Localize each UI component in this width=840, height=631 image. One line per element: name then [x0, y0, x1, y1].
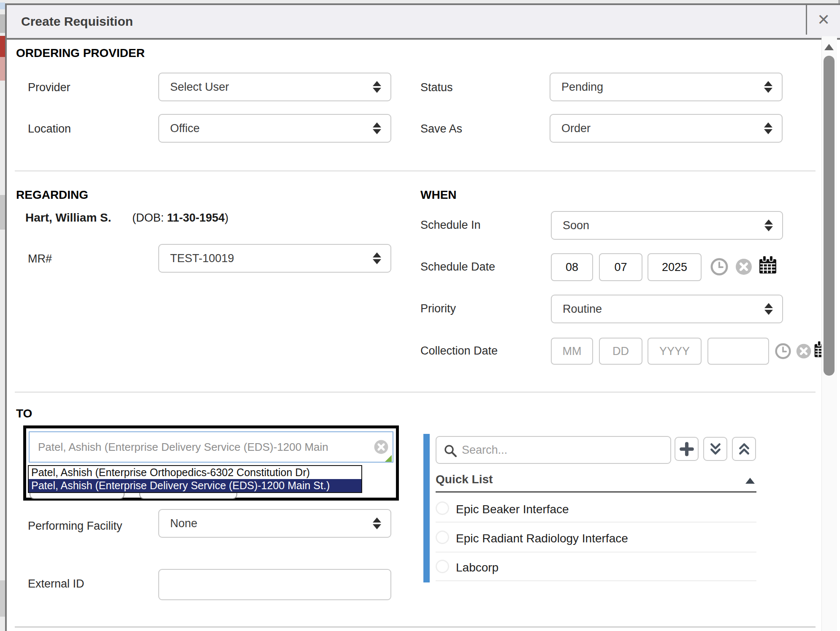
status-label: Status: [420, 81, 453, 94]
patient-line: Hart, William S. (DOB: 11-30-1954): [25, 211, 228, 225]
mr-label: MR#: [28, 252, 52, 265]
backdrop-fragment: [0, 580, 5, 617]
dob-prefix: (DOB:: [132, 211, 167, 224]
select-arrows-icon: [373, 517, 381, 529]
screen: Create Requisition ✕ ORDERING PROVIDER P…: [0, 0, 840, 631]
when-heading: WHEN: [420, 188, 457, 202]
performing-facility-select[interactable]: None: [158, 509, 391, 538]
to-heading: TO: [16, 407, 32, 420]
modal-header: Create Requisition ✕: [5, 3, 840, 40]
select-arrows-icon: [764, 219, 773, 231]
autocomplete-dropdown: Patel, Ashish (Enterprise Orthopedics-63…: [28, 465, 362, 493]
patient-name: Hart, William S.: [25, 211, 111, 224]
schedule-date-month-input[interactable]: [551, 253, 593, 281]
collection-date-day-input[interactable]: [599, 338, 642, 365]
status-select[interactable]: Pending: [550, 73, 783, 101]
quick-list-collapse-icon[interactable]: [745, 478, 755, 484]
backdrop-fragment: [0, 36, 5, 57]
panel-accent-bar: [423, 434, 430, 582]
scrollbar-up-arrow[interactable]: [824, 44, 834, 50]
search-icon: [443, 444, 458, 458]
schedule-in-label: Schedule In: [420, 219, 481, 232]
double-chevron-up-icon: [736, 441, 752, 457]
quick-list-radio[interactable]: [436, 560, 449, 573]
performing-facility-select-value: None: [170, 517, 198, 530]
quick-list-item-divider: [436, 552, 756, 552]
close-button[interactable]: ✕: [806, 5, 840, 35]
mr-select-value: TEST-10019: [170, 252, 234, 265]
location-label: Location: [28, 122, 71, 135]
save-as-label: Save As: [420, 122, 462, 135]
search-input[interactable]: [461, 438, 667, 462]
quick-list-divider: [436, 491, 756, 493]
close-icon: ✕: [817, 11, 830, 29]
recipient-clear-icon[interactable]: [373, 439, 389, 455]
autocomplete-option[interactable]: Patel, Ashish (Enterprise Orthopedics-63…: [29, 466, 361, 479]
schedule-date-time-icon[interactable]: [710, 257, 729, 276]
location-select-value: Office: [170, 122, 200, 135]
modal-title: Create Requisition: [21, 14, 133, 29]
scrollbar-thumb[interactable]: [824, 56, 835, 376]
collection-date-year-input[interactable]: [648, 338, 702, 365]
schedule-in-select[interactable]: Soon: [551, 211, 783, 240]
section-divider: [15, 171, 816, 171]
backdrop-fragment: [0, 195, 5, 230]
quick-list-item[interactable]: Epic Radiant Radiology Interface: [456, 532, 628, 545]
provider-select-value: Select User: [170, 81, 229, 94]
expand-all-button[interactable]: [703, 437, 727, 461]
quick-list-item-divider: [436, 522, 756, 523]
quick-list-radio[interactable]: [436, 501, 449, 515]
select-arrows-icon: [373, 252, 381, 264]
add-recipient-button[interactable]: [675, 437, 699, 461]
plus-icon: [678, 441, 695, 458]
performing-facility-label: Performing Facility: [28, 516, 142, 536]
select-arrows-icon: [373, 81, 381, 93]
recipient-input[interactable]: [29, 431, 393, 463]
schedule-date-year-input[interactable]: [648, 253, 702, 281]
backdrop-fragment: [0, 14, 5, 33]
location-select[interactable]: Office: [158, 114, 391, 143]
schedule-date-day-input[interactable]: [599, 253, 642, 281]
quick-list-item[interactable]: Labcorp: [456, 561, 499, 574]
quick-list-heading: Quick List: [436, 473, 493, 486]
select-arrows-icon: [764, 303, 773, 315]
backdrop-fragment: [0, 3, 5, 9]
external-id-input[interactable]: [158, 569, 391, 600]
autocomplete-option-highlighted[interactable]: Patel, Ashish (Enterprise Delivery Servi…: [29, 479, 361, 492]
select-arrows-icon: [373, 122, 381, 134]
select-arrows-icon: [764, 81, 772, 93]
save-as-select[interactable]: Order: [550, 114, 783, 143]
schedule-date-clear-icon[interactable]: [734, 257, 753, 276]
schedule-date-label: Schedule Date: [420, 260, 495, 274]
collapse-all-button[interactable]: [732, 437, 756, 461]
quick-list-item[interactable]: Epic Beaker Interface: [456, 503, 569, 516]
dob-value: 11-30-1954: [167, 211, 225, 224]
mr-select[interactable]: TEST-10019: [158, 244, 391, 273]
dob-suffix: ): [225, 211, 228, 224]
collection-date-time-input[interactable]: [707, 338, 769, 365]
priority-select[interactable]: Routine: [551, 295, 783, 323]
search-box: [436, 436, 671, 464]
provider-select[interactable]: Select User: [158, 73, 391, 101]
autocomplete-resize-handle[interactable]: [385, 455, 392, 462]
double-chevron-down-icon: [707, 441, 723, 457]
external-id-label: External ID: [28, 577, 84, 590]
provider-label: Provider: [28, 81, 70, 94]
collection-date-time-icon[interactable]: [775, 343, 791, 360]
quick-list-radio[interactable]: [436, 531, 449, 544]
save-as-select-value: Order: [561, 122, 591, 135]
schedule-date-calendar-icon[interactable]: [758, 255, 778, 275]
collection-date-month-input[interactable]: [551, 338, 593, 365]
collection-date-label: Collection Date: [420, 344, 498, 357]
backdrop-fragment: [0, 57, 5, 81]
schedule-in-select-value: Soon: [563, 219, 589, 232]
collection-date-clear-icon[interactable]: [795, 343, 812, 360]
ordering-provider-heading: ORDERING PROVIDER: [16, 46, 145, 60]
section-divider: [15, 392, 816, 393]
priority-label: Priority: [420, 302, 456, 315]
priority-select-value: Routine: [563, 303, 602, 316]
status-select-value: Pending: [561, 81, 603, 94]
regarding-heading: REGARDING: [16, 188, 88, 202]
quick-list-item-divider: [436, 580, 756, 581]
select-arrows-icon: [764, 122, 772, 134]
